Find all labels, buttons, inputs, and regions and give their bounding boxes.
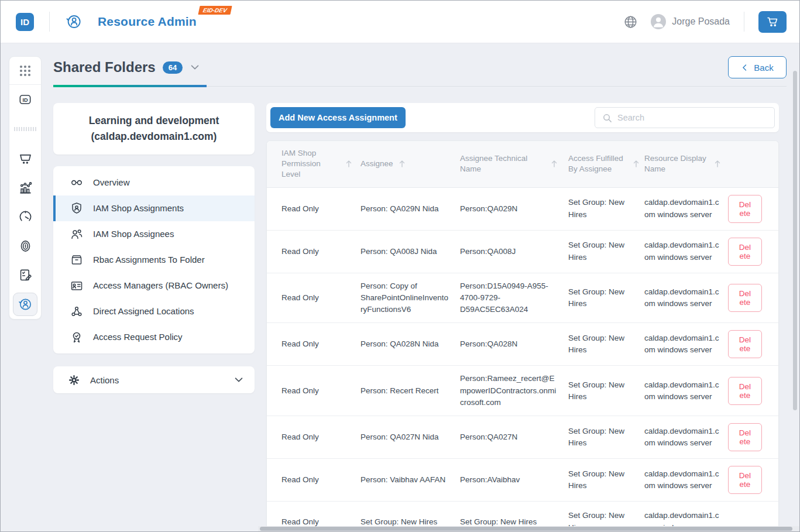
nav-item-direct-assigned-locations[interactable]: Direct Assigned Locations (53, 298, 255, 324)
column-header-permission-level[interactable]: IAM Shop Permission Level (267, 141, 360, 187)
fingerprint-icon (18, 239, 33, 253)
gauge-icon (18, 210, 33, 224)
rail-item-dashboard[interactable] (9, 202, 41, 231)
cell-assignee-technical-name: Person:QA028N (460, 331, 568, 357)
svg-text:ID: ID (22, 97, 28, 103)
nav-item-overview[interactable]: Overview (53, 170, 255, 195)
nav-item-access-request-policy[interactable]: Access Request Policy (53, 324, 255, 350)
rail-item-shop[interactable] (9, 143, 41, 173)
table-row: Read Only Person: QA029N Nida Person:QA0… (267, 188, 778, 230)
horizontal-scrollbar-track (258, 526, 799, 531)
column-header-resource-display-name[interactable]: Resource Display Name (644, 146, 728, 181)
app-window: ID Resource Admin EID-DEV (0, 0, 800, 532)
delete-button[interactable]: Delete (728, 330, 762, 358)
cell-assignee: Person: QA029N Nida (360, 196, 460, 222)
env-badge: EID-DEV (198, 6, 232, 15)
cell-permission-level: Read Only (267, 378, 360, 404)
table-row: Read Only Person: QA008J Nida Person:QA0… (267, 230, 778, 273)
add-access-assignment-button[interactable]: Add New Access Assignment (270, 107, 406, 128)
title-underline (53, 85, 207, 87)
user-menu[interactable]: Jorge Posada (651, 14, 730, 29)
cell-permission-level: Read Only (267, 331, 360, 357)
vertical-scrollbar[interactable] (793, 71, 797, 410)
rail-item-analytics[interactable] (9, 173, 41, 202)
app-header: ID Resource Admin EID-DEV (1, 1, 799, 43)
table-body: Read Only Person: QA029N Nida Person:QA0… (267, 188, 778, 532)
cell-permission-level: Read Only (267, 285, 360, 311)
glasses-icon (70, 176, 83, 189)
actions-dropdown[interactable]: Actions (53, 366, 255, 393)
count-badge: 64 (163, 61, 183, 74)
cell-assignee: Person: Copy of SharePointOnlineInventor… (360, 273, 460, 323)
cell-assignee-technical-name: Person:D15A0949-A955-4700-9729-D59AC5EC6… (460, 273, 568, 323)
apps-grid-icon (18, 64, 32, 78)
search-input[interactable] (617, 113, 767, 122)
delete-button[interactable]: Delete (728, 195, 762, 223)
delete-button[interactable]: Delete (728, 423, 762, 451)
column-header-access-fulfilled-by[interactable]: Access Fulfilled By Assignee (568, 146, 644, 181)
rail-item-audit[interactable] (9, 260, 41, 290)
cell-assignee-technical-name: Person:QA029N (460, 196, 568, 222)
delete-button[interactable]: Delete (728, 238, 762, 266)
cell-permission-level: Read Only (267, 196, 360, 222)
left-panel: Learning and development (caldap.devdoma… (53, 103, 255, 532)
cell-resource-display-name: caldap.devdomain1.com windows server (644, 372, 728, 410)
chevron-left-icon (741, 64, 749, 71)
nav-item-access-managers[interactable]: Access Managers (RBAC Owners) (53, 273, 255, 298)
nav-item-iam-shop-assignments[interactable]: IAM Shop Assignments (53, 195, 255, 221)
shield-person-icon (70, 202, 83, 215)
cell-permission-level: Read Only (267, 239, 360, 265)
rail-item-apps[interactable] (9, 57, 41, 85)
delete-button[interactable]: Delete (728, 284, 762, 312)
table-row: Read Only Person: QA028N Nida Person:QA0… (267, 322, 778, 365)
cell-actions: Delete (728, 370, 778, 412)
cell-actions: Delete (728, 416, 778, 458)
delete-button[interactable]: Delete (728, 377, 762, 405)
cell-actions: Delete (728, 231, 778, 273)
app-logo[interactable]: ID (16, 13, 34, 31)
rail-item-id[interactable]: ID (9, 85, 41, 114)
id-badge-icon: ID (18, 92, 33, 107)
chevron-down-icon[interactable] (190, 62, 200, 73)
assignments-panel: Add New Access Assignment (266, 103, 779, 532)
sort-arrow-icon (633, 160, 640, 168)
search-box (595, 107, 775, 128)
page-title: Shared Folders (53, 59, 156, 75)
cell-assignee: Person: Recert Recert (360, 378, 460, 404)
cell-assignee: Person: QA027N Nida (360, 424, 460, 450)
table-row: Read Only Person: QA027N Nida Person:QA0… (267, 416, 778, 458)
sort-arrow-icon (714, 160, 721, 168)
cell-assignee-technical-name: Person:QA027N (460, 424, 568, 450)
person-check-icon (18, 297, 33, 312)
chevron-down-icon (234, 375, 244, 385)
cell-permission-level: Read Only (267, 424, 360, 450)
avatar (651, 14, 666, 29)
user-name: Jorge Posada (672, 16, 730, 27)
cart-icon (18, 151, 33, 166)
cell-actions: Delete (728, 277, 778, 319)
column-header-actions (728, 157, 778, 171)
cart-icon (766, 15, 779, 28)
column-header-assignee[interactable]: Assignee (360, 152, 460, 176)
barcode-icon (14, 127, 36, 131)
person-check-icon (65, 13, 83, 30)
archive-icon (70, 253, 83, 266)
nav-item-iam-shop-assignees[interactable]: IAM Shop Assignees (53, 221, 255, 247)
horizontal-scrollbar[interactable] (260, 527, 792, 531)
cart-button[interactable] (758, 11, 787, 33)
main-content: Shared Folders 64 Back (42, 43, 799, 532)
back-button[interactable]: Back (728, 56, 787, 78)
column-header-assignee-technical-name[interactable]: Assignee Technical Name (460, 146, 568, 181)
document-edit-icon (18, 268, 33, 283)
globe-icon[interactable] (623, 15, 638, 29)
page-title-divider (53, 86, 787, 87)
cell-access-fulfilled-by: Set Group: New Hires (568, 372, 644, 410)
sort-arrow-icon (551, 160, 558, 168)
cell-actions: Delete (728, 188, 778, 230)
nav-item-rbac-assignments[interactable]: Rbac Assignments To Folder (53, 247, 255, 273)
rail-item-identity[interactable] (9, 231, 41, 260)
cell-resource-display-name: caldap.devdomain1.com windows server (644, 325, 728, 363)
rail-item-resource-admin[interactable] (9, 290, 41, 319)
cell-resource-display-name: caldap.devdomain1.com windows server (644, 418, 728, 457)
delete-button[interactable]: Delete (728, 466, 762, 494)
